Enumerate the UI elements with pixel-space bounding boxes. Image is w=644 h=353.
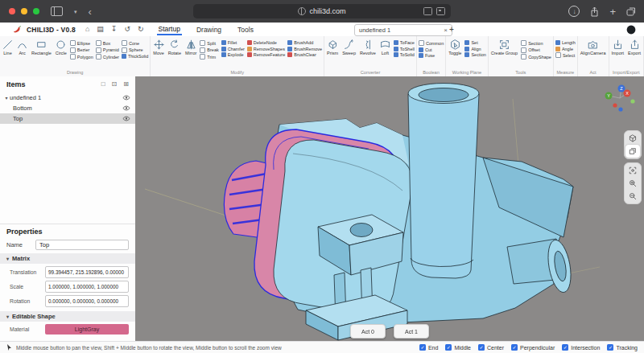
duplicate-icon[interactable]: ⊡ xyxy=(112,81,118,88)
new-tab-icon[interactable]: + xyxy=(609,6,616,17)
material-button[interactable]: LightGray xyxy=(45,324,129,335)
ribbon-button-brushadd[interactable]: BrushAdd xyxy=(287,40,322,45)
home-icon[interactable]: ⌂ xyxy=(85,26,89,33)
name-input[interactable] xyxy=(35,240,129,250)
chevron-down-icon[interactable]: ▾ xyxy=(3,95,10,101)
tree-item-top[interactable]: Top xyxy=(0,113,135,124)
ribbon-button-pyramid[interactable]: Pyramid xyxy=(96,47,119,53)
ribbon-button-brushremove[interactable]: BrushRemove xyxy=(287,47,322,51)
document-tab[interactable]: undefined 1 × xyxy=(354,24,452,36)
ribbon-button-circle[interactable]: Circle xyxy=(55,38,68,55)
ribbon-button-toface[interactable]: ToFace xyxy=(394,40,415,45)
expand-icon[interactable]: ⊞ xyxy=(123,81,129,88)
fit-view-icon[interactable] xyxy=(625,164,640,177)
tree-item-undefined-1[interactable]: ▾undefined 1 xyxy=(0,92,135,103)
ribbon-button-align[interactable]: Align xyxy=(464,47,485,51)
ribbon-button-revolve[interactable]: Revolve xyxy=(359,38,377,55)
sidebar-toggle-icon[interactable] xyxy=(51,6,63,16)
snap-checkbox-middle[interactable]: ✓Middle xyxy=(445,344,471,351)
shaded-icon[interactable] xyxy=(625,145,640,158)
ribbon-button-chamfer[interactable]: Chamfer xyxy=(221,47,245,51)
checkbox-icon[interactable]: ✓ xyxy=(445,344,452,351)
open-file-icon[interactable]: ▤ xyxy=(97,26,104,33)
reader-mode-icon[interactable] xyxy=(423,7,432,15)
ribbon-button-removefeature[interactable]: RemoveFeature xyxy=(247,52,285,57)
ribbon-button-set[interactable]: Set xyxy=(464,40,485,45)
minimize-window-button[interactable] xyxy=(21,8,27,14)
navigation-gizmo[interactable]: ZXY xyxy=(602,83,642,120)
ribbon-button-mirror[interactable]: Mirror xyxy=(184,38,197,55)
address-bar[interactable]: chili3d.com xyxy=(193,4,451,18)
ribbon-button-offset[interactable]: Offset xyxy=(521,47,551,53)
zoom-in-icon[interactable] xyxy=(625,177,640,190)
checkbox-icon[interactable]: ✓ xyxy=(511,344,518,351)
tab-drawing[interactable]: Drawing xyxy=(195,24,223,35)
undo-icon[interactable]: ↺ xyxy=(124,26,130,33)
new-document-button[interactable]: + xyxy=(449,25,454,34)
pump-model[interactable] xyxy=(135,76,644,341)
zoom-out-icon[interactable] xyxy=(625,190,640,203)
ribbon-button-polygon[interactable]: Polygon xyxy=(70,54,93,60)
visibility-eye-icon[interactable] xyxy=(122,116,130,121)
snap-checkbox-end[interactable]: ✓End xyxy=(419,344,438,351)
ribbon-button-break[interactable]: Break xyxy=(200,47,218,53)
back-button[interactable]: ‹ xyxy=(89,6,92,17)
site-info-icon[interactable] xyxy=(298,7,306,15)
ribbon-button-toshell[interactable]: ToShell xyxy=(394,47,415,51)
ribbon-button-trim[interactable]: Trim xyxy=(200,54,218,60)
checkbox-icon[interactable]: ✓ xyxy=(478,344,485,351)
ribbon-button-fuse[interactable]: Fuse xyxy=(419,53,444,58)
ribbon-button-angle[interactable]: Angle xyxy=(555,47,576,51)
ribbon-button-brushclear[interactable]: BrushClear xyxy=(287,52,322,57)
ribbon-button-select[interactable]: Select xyxy=(555,52,576,58)
downloads-icon[interactable]: ↓ xyxy=(568,6,580,17)
ribbon-button-arc[interactable]: Arc xyxy=(16,38,28,55)
ribbon-button-tosolid[interactable]: ToSolid xyxy=(394,52,415,57)
ribbon-button-common[interactable]: Common xyxy=(419,40,444,46)
ribbon-button-thicksolid[interactable]: ThickSolid xyxy=(122,54,148,59)
ribbon-button-import[interactable]: Import xyxy=(611,38,625,55)
ribbon-button-export[interactable]: Export xyxy=(627,38,642,55)
ribbon-button-cylinder[interactable]: Cylinder xyxy=(96,54,119,60)
ribbon-button-rotate[interactable]: Rotate xyxy=(167,38,182,55)
ribbon-button-ellipse[interactable]: Ellipse xyxy=(70,40,93,46)
ribbon-button-section[interactable]: Section xyxy=(464,52,485,57)
ribbon-button-cone[interactable]: Cone xyxy=(122,40,148,46)
ribbon-button-length[interactable]: Length xyxy=(555,40,576,45)
snap-checkbox-perpendicular[interactable]: ✓Perpendicular xyxy=(511,344,555,351)
ribbon-button-rectangle[interactable]: Rectangle xyxy=(31,38,52,55)
ribbon-button-explode[interactable]: Explode xyxy=(221,52,245,57)
ribbon-button-deletenode[interactable]: DeleteNode xyxy=(247,40,285,45)
ribbon-button-line[interactable]: Line xyxy=(2,38,14,55)
snap-checkbox-intersection[interactable]: ✓Intersection xyxy=(562,344,600,351)
ribbon-button-create-group[interactable]: Create Group xyxy=(490,38,518,55)
ribbon-button-sphere[interactable]: Sphere xyxy=(122,47,148,53)
close-document-icon[interactable]: × xyxy=(444,27,448,34)
checkbox-icon[interactable]: ✓ xyxy=(562,344,568,351)
act-1-button[interactable]: Act 1 xyxy=(394,324,429,339)
checkbox-icon[interactable]: ✓ xyxy=(607,344,613,351)
ribbon-button-removeshapes[interactable]: RemoveShapes xyxy=(247,47,285,51)
ribbon-button-section[interactable]: Section xyxy=(521,40,551,46)
ribbon-button-toggle[interactable]: Toggle xyxy=(448,38,462,55)
snap-checkbox-tracking[interactable]: ✓Tracking xyxy=(607,344,638,351)
maximize-window-button[interactable] xyxy=(33,8,39,14)
tree-item-bottom[interactable]: Bottom xyxy=(0,103,135,113)
act-0-button[interactable]: Act 0 xyxy=(350,324,386,339)
wireframe-icon[interactable] xyxy=(625,132,640,145)
matrix-section-header[interactable]: ▾ Matrix xyxy=(0,253,135,264)
cast-icon[interactable] xyxy=(436,7,445,15)
ribbon-button-aligncamera[interactable]: AlignCamera xyxy=(580,38,607,55)
github-icon[interactable] xyxy=(626,25,636,35)
ribbon-button-cut[interactable]: Cut xyxy=(419,47,444,52)
redo-icon[interactable]: ↻ xyxy=(138,26,144,33)
save-icon[interactable]: ↧ xyxy=(111,26,118,33)
scale-value[interactable]: 1.000000, 1.000000, 1.000000 xyxy=(45,281,129,293)
share-icon[interactable] xyxy=(590,6,599,17)
ribbon-button-fillet[interactable]: Fillet xyxy=(221,40,245,45)
visibility-eye-icon[interactable] xyxy=(122,95,130,101)
close-window-button[interactable] xyxy=(9,8,15,14)
tab-tools[interactable]: Tools xyxy=(236,24,255,35)
visibility-eye-icon[interactable] xyxy=(122,105,130,111)
ribbon-button-box[interactable]: Box xyxy=(96,40,119,46)
